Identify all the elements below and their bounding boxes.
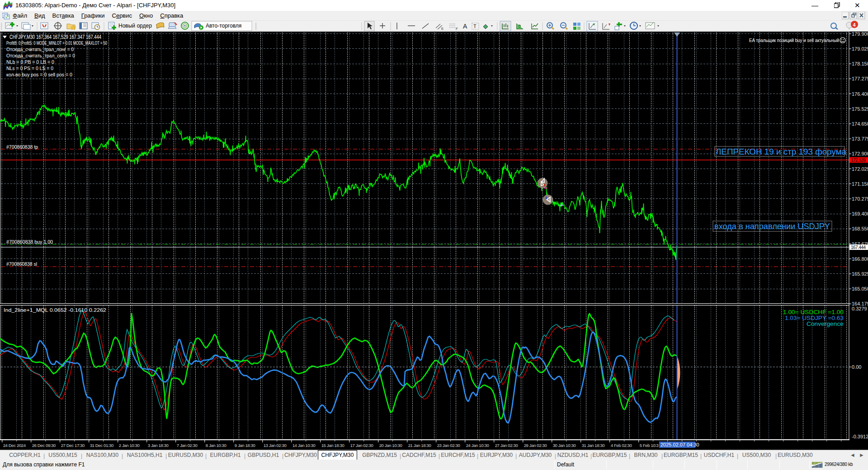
svg-text:2025.02.07 04:30: 2025.02.07 04:30 bbox=[660, 442, 699, 447]
svg-text:171.150: 171.150 bbox=[852, 181, 868, 187]
svg-text:Отсюда_считать_трал_лонг = 0: Отсюда_считать_трал_лонг = 0 bbox=[6, 47, 74, 52]
svg-text:0.00: 0.00 bbox=[852, 364, 861, 370]
svg-text:7 Jan 02:30: 7 Jan 02:30 bbox=[177, 443, 198, 448]
svg-text:3 Jan 18:30: 3 Jan 18:30 bbox=[148, 443, 169, 448]
svg-text:ProfitB: 0;ProfitS: 0 MODE_MIN: ProfitB: 0;ProfitS: 0 MODE_MINLOT = 0.01… bbox=[6, 40, 107, 46]
svg-text:27 Dec 17:30: 27 Dec 17:30 bbox=[61, 443, 85, 448]
svg-text:172.539: 172.539 bbox=[851, 158, 866, 163]
svg-text:24 Jan 10:30: 24 Jan 10:30 bbox=[466, 443, 489, 448]
svg-text:170.275: 170.275 bbox=[852, 196, 868, 202]
svg-text:#700860838 sl: #700860838 sl bbox=[6, 261, 37, 267]
svg-text:31 Dec 01:30: 31 Dec 01:30 bbox=[90, 443, 113, 448]
svg-text:EA тральщик позиций buy и sell: EA тральщик позиций buy и sell актуальны… bbox=[749, 38, 839, 43]
svg-text:27 Jan 02:30: 27 Jan 02:30 bbox=[495, 443, 518, 448]
svg-text:31 Jan 18:30: 31 Jan 18:30 bbox=[582, 443, 605, 448]
svg-text:179.900: 179.900 bbox=[852, 32, 868, 37]
svg-text:0.3279: 0.3279 bbox=[852, 306, 867, 311]
svg-text:2 Jan 10:30: 2 Jan 10:30 bbox=[119, 443, 140, 448]
svg-text:входа в направлении USDJPY: входа в направлении USDJPY bbox=[714, 221, 830, 231]
svg-text:ЛЕПРЕКОН 19 и стр 193 форума: ЛЕПРЕКОН 19 и стр 193 форума bbox=[716, 147, 846, 156]
svg-text:26 Dec 09:30: 26 Dec 09:30 bbox=[32, 443, 56, 448]
svg-text:Отсюда_считать_трал_селл = 0: Отсюда_считать_трал_селл = 0 bbox=[6, 53, 75, 58]
svg-text:21 Jan 18:30: 21 Jan 18:30 bbox=[408, 443, 431, 448]
svg-text:5 Feb 10:3: 5 Feb 10:3 bbox=[640, 443, 659, 448]
svg-text:23 Jan 02:30: 23 Jan 02:30 bbox=[437, 443, 460, 448]
svg-text:#700860838 buy 1.00: #700860838 buy 1.00 bbox=[6, 239, 53, 244]
svg-text:165.925: 165.925 bbox=[852, 271, 868, 277]
svg-text:A: A bbox=[463, 23, 467, 30]
svg-text:176.400: 176.400 bbox=[852, 91, 868, 97]
svg-text:179.025: 179.025 bbox=[852, 46, 868, 52]
svg-text:30 Jan 10:30: 30 Jan 10:30 bbox=[553, 443, 576, 448]
svg-text:Новый ордер: Новый ордер bbox=[118, 23, 152, 29]
svg-text:14 Jan 10:30: 14 Jan 10:30 bbox=[292, 443, 316, 448]
svg-text:29 Jan 02:30: 29 Jan 02:30 bbox=[524, 443, 547, 448]
svg-text:-0.3912: -0.3912 bbox=[852, 434, 868, 439]
svg-text:E: E bbox=[441, 27, 443, 31]
svg-text:13 Jan 02:30: 13 Jan 02:30 bbox=[264, 443, 287, 448]
svg-text:4 Feb 02:30: 4 Feb 02:30 bbox=[611, 443, 632, 448]
svg-text:15 Jan 18:30: 15 Jan 18:30 bbox=[321, 443, 344, 448]
svg-text:166.800: 166.800 bbox=[852, 256, 868, 262]
svg-text:CHFJPY,M30 167,364 167,529 16: CHFJPY,M30 167,364 167,529 167.347 167.4… bbox=[9, 34, 101, 40]
svg-text:1.03= USDJPY =0.63: 1.03= USDJPY =0.63 bbox=[785, 315, 844, 321]
svg-text:168.550: 168.550 bbox=[852, 226, 868, 231]
svg-text:178.150: 178.150 bbox=[852, 61, 868, 66]
svg-text:177.275: 177.275 bbox=[852, 76, 868, 81]
svg-text:NLb = 0 PB = 0 LB = 0: NLb = 0 PB = 0 LB = 0 bbox=[6, 59, 54, 65]
svg-text:9 Jan 18:30: 9 Jan 18:30 bbox=[235, 443, 255, 448]
svg-text:174.650: 174.650 bbox=[852, 121, 868, 127]
svg-text:175.525: 175.525 bbox=[852, 106, 868, 112]
svg-text:172.900: 172.900 bbox=[852, 151, 868, 156]
svg-text:165.050: 165.050 bbox=[852, 286, 868, 291]
svg-text:17 Jan 02:30: 17 Jan 02:30 bbox=[350, 443, 373, 448]
svg-text:167.444: 167.444 bbox=[851, 245, 866, 250]
svg-text:4: 4 bbox=[853, 22, 856, 28]
svg-text:Ind_2line+1_MQL 0.0652 -0.1610: Ind_2line+1_MQL 0.0652 -0.1610 0.2262 bbox=[4, 307, 106, 313]
svg-text:172.025: 172.025 bbox=[852, 166, 868, 172]
svg-text:24 Dec 2024: 24 Dec 2024 bbox=[3, 443, 26, 448]
svg-text:T: T bbox=[473, 24, 476, 29]
svg-text:F: F bbox=[456, 27, 458, 31]
svg-text:169.400: 169.400 bbox=[852, 211, 868, 216]
svg-text:Авто-торговля: Авто-торговля bbox=[206, 23, 241, 29]
svg-text:NLs = 0 PS = 0 LS = 0: NLs = 0 PS = 0 LS = 0 bbox=[6, 66, 53, 71]
svg-text:1.00= USDCHF =1.00: 1.00= USDCHF =1.00 bbox=[783, 309, 844, 315]
svg-text:Convergence: Convergence bbox=[807, 321, 844, 327]
svg-text:20 Jan 10:30: 20 Jan 10:30 bbox=[379, 443, 402, 448]
svg-text:#700860838 tp: #700860838 tp bbox=[6, 144, 38, 150]
svg-text:173.775: 173.775 bbox=[852, 136, 868, 141]
svg-text:кол-во buy pos = 0 sell pos =: кол-во buy pos = 0 sell pos = 0 bbox=[6, 72, 72, 77]
svg-text:8 Jan 10:30: 8 Jan 10:30 bbox=[206, 443, 226, 448]
